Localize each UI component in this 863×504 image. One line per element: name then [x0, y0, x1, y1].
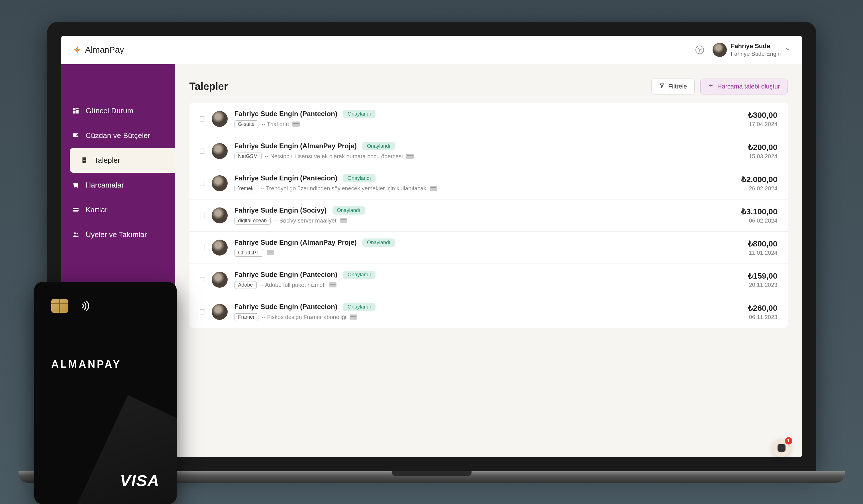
list-item[interactable]: Fahriye Sude Engin (AlmanPay Proje) Onay…	[189, 232, 788, 264]
request-amount: ₺260,00	[748, 303, 777, 313]
row-checkbox[interactable]	[200, 277, 205, 282]
sidebar-item-team[interactable]: Üyeler ve Takımlar	[61, 222, 175, 247]
wallet-icon	[72, 131, 80, 140]
row-checkbox[interactable]	[200, 245, 205, 250]
intercom-launcher[interactable]: 1	[772, 439, 791, 457]
filter-label: Filtrele	[668, 83, 687, 90]
settings-icon[interactable]	[696, 46, 704, 54]
avatar	[212, 111, 228, 127]
card-icon	[340, 218, 347, 223]
list-item[interactable]: Fahriye Sude Engin (Pantecion) Onaylandı…	[189, 167, 788, 199]
request-right: ₺300,00 17.04.2024	[748, 111, 777, 128]
sidebar-item-label: Cüzdan ve Bütçeler	[86, 131, 150, 140]
request-right: ₺3.100,00 06.02.2024	[741, 207, 777, 224]
request-title: Fahriye Sude Engin (AlmanPay Proje)	[235, 238, 357, 246]
card-icon	[267, 250, 274, 255]
row-checkbox[interactable]	[200, 116, 205, 121]
dashboard-icon	[72, 106, 80, 115]
request-amount: ₺200,00	[748, 143, 777, 152]
request-date: 20.11.2023	[748, 282, 777, 288]
request-right: ₺159,00 20.11.2023	[748, 271, 777, 288]
sidebar-item-dashboard[interactable]: Güncel Durum	[61, 99, 175, 123]
team-icon	[72, 230, 80, 239]
request-amount: ₺800,00	[748, 239, 777, 248]
sidebar-item-wallet[interactable]: Cüzdan ve Bütçeler	[61, 123, 175, 148]
user-subtitle: Fahriye Sude Engin	[731, 50, 781, 57]
svg-point-9	[74, 187, 75, 188]
svg-point-0	[76, 49, 78, 50]
sidebar-item-label: Güncel Durum	[86, 106, 134, 115]
request-tag: G-suite	[235, 120, 259, 128]
sidebar-item-label: Harcamalar	[86, 181, 124, 190]
request-title: Fahriye Sude Engin (Pantecion)	[235, 303, 337, 311]
status-badge: Onaylandı	[343, 110, 376, 118]
request-body: Fahriye Sude Engin (AlmanPay Proje) Onay…	[235, 142, 741, 160]
brand-logo[interactable]: AlmanPay	[73, 45, 124, 55]
sidebar-item-card[interactable]: Kartlar	[61, 197, 175, 222]
status-badge: Onaylandı	[343, 303, 376, 311]
request-date: 15.03.2024	[748, 153, 777, 160]
request-date: 17.04.2024	[748, 121, 777, 128]
svg-rect-5	[73, 111, 75, 114]
user-menu[interactable]: Fahriye Sude Fahriye Sude Engin	[713, 42, 791, 58]
request-date: 06.02.2024	[741, 217, 777, 224]
requests-list: Fahriye Sude Engin (Pantecion) Onaylandı…	[189, 103, 788, 328]
request-title: Fahriye Sude Engin (Pantecion)	[235, 110, 337, 118]
sidebar-item-expenses[interactable]: Harcamalar	[61, 173, 175, 197]
avatar	[212, 207, 228, 223]
request-tag: digital ocean	[235, 217, 271, 224]
card-chip-row	[51, 299, 160, 313]
list-item[interactable]: Fahriye Sude Engin (Pantecion) Onaylandı…	[189, 103, 788, 135]
request-note: -- Netsipp+ Lisansı ve ek olarak numara …	[265, 153, 403, 160]
sidebar-item-label: Kartlar	[86, 206, 108, 214]
create-request-button[interactable]: Harcama talebi oluştur	[700, 79, 788, 94]
request-right: ₺2.000,00 26.02.2024	[741, 175, 777, 192]
page-actions: Filtrele Harcama talebi oluştur	[651, 79, 788, 94]
row-checkbox[interactable]	[200, 309, 205, 314]
card-brand-text: ALMANPAY	[51, 358, 160, 370]
avatar	[212, 175, 228, 191]
card-icon	[292, 121, 300, 127]
request-date: 06.11.2023	[748, 314, 777, 321]
avatar	[713, 43, 727, 57]
physical-card-mockup: ALMANPAY VISA	[34, 282, 177, 504]
list-item[interactable]: Fahriye Sude Engin (Socivy) Onaylandı di…	[189, 199, 788, 232]
avatar	[212, 304, 228, 320]
svg-rect-12	[73, 209, 79, 210]
request-note: -- Trial one	[262, 121, 289, 128]
sidebar-item-receipt[interactable]: Talepler	[70, 148, 175, 173]
list-item[interactable]: Fahriye Sude Engin (Pantecion) Onaylandı…	[189, 296, 788, 328]
plus-icon	[708, 83, 714, 90]
request-tag: Adobe	[235, 281, 257, 289]
brand-logo-icon	[73, 45, 82, 54]
list-item[interactable]: Fahriye Sude Engin (AlmanPay Proje) Onay…	[189, 135, 788, 167]
user-name: Fahriye Sude	[731, 42, 781, 50]
filter-icon	[659, 83, 665, 90]
request-tag: Framer	[235, 313, 259, 321]
svg-point-13	[74, 232, 76, 234]
row-checkbox[interactable]	[200, 213, 205, 218]
request-amount: ₺3.100,00	[741, 207, 777, 216]
svg-point-1	[699, 49, 701, 51]
expenses-icon	[72, 181, 80, 189]
request-tag: NetGSM	[235, 153, 262, 160]
brand-name: AlmanPay	[85, 45, 124, 55]
svg-rect-2	[73, 108, 75, 111]
main-content: Talepler Filtrele	[175, 64, 802, 457]
request-body: Fahriye Sude Engin (Pantecion) Onaylandı…	[235, 303, 741, 321]
filter-button[interactable]: Filtrele	[651, 79, 695, 94]
row-checkbox[interactable]	[200, 148, 205, 154]
user-text: Fahriye Sude Fahriye Sude Engin	[731, 42, 781, 58]
status-badge: Onaylandı	[333, 206, 365, 215]
request-note: -- Fiskos design Framer aboneliği	[262, 314, 347, 321]
request-date: 26.02.2024	[741, 185, 777, 192]
request-body: Fahriye Sude Engin (AlmanPay Proje) Onay…	[235, 238, 741, 257]
request-date: 11.01.2024	[748, 249, 777, 256]
svg-rect-8	[83, 160, 86, 160]
sidebar-item-label: Üyeler ve Takımlar	[86, 230, 147, 239]
card-icon	[406, 154, 414, 159]
row-checkbox[interactable]	[200, 181, 205, 186]
card-icon	[329, 282, 337, 287]
list-item[interactable]: Fahriye Sude Engin (Pantecion) Onaylandı…	[189, 264, 788, 296]
status-badge: Onaylandı	[362, 238, 395, 247]
